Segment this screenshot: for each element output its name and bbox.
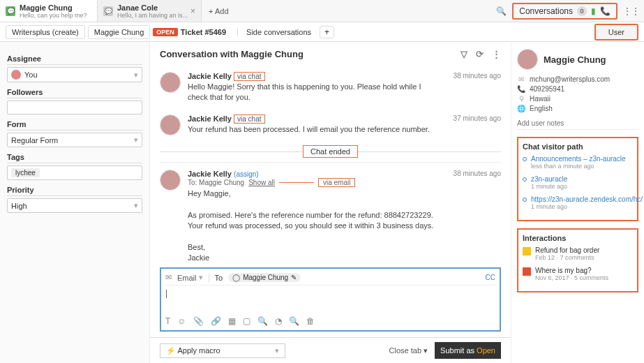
path-item[interactable]: z3n-auracle1 minute ago [523, 175, 633, 190]
assignee-value: You [24, 71, 38, 79]
form-label: Form [7, 120, 142, 131]
close-tab-icon[interactable]: × [190, 6, 195, 16]
message-time: 38 minutes ago [454, 72, 501, 103]
channel-select[interactable]: Email ▾ [177, 273, 203, 282]
conversations-label: Conversations [519, 6, 573, 16]
preview-icon[interactable]: 🔍 [257, 316, 268, 326]
search-icon[interactable]: 🔍 [496, 6, 507, 16]
submit-button[interactable]: Submit as Open [435, 342, 501, 359]
reply-textarea[interactable]: | [165, 286, 495, 313]
assign-link[interactable]: (assign) [234, 170, 259, 178]
search-icon[interactable]: 🔍 [289, 316, 299, 326]
tags-field[interactable]: lychee [7, 165, 142, 180]
macro-select[interactable]: ⚡ Apply macro▾ [160, 343, 285, 358]
form-field[interactable]: Regular Form▾ [7, 133, 142, 147]
edit-icon[interactable]: ✎ [291, 274, 297, 281]
requester-crumb[interactable]: Maggie Chung [88, 25, 151, 39]
user-email: mchung@writersplus.com [530, 75, 610, 83]
org-crumb[interactable]: Writersplus (create) [6, 25, 85, 39]
followers-label: Followers [7, 88, 142, 98]
conversation-title: Conversation with Maggie Chung [160, 49, 304, 59]
link-icon[interactable]: 🔗 [211, 316, 221, 326]
message-time: 38 minutes ago [454, 170, 501, 262]
user-notes-input[interactable] [517, 117, 638, 130]
avatar [517, 49, 538, 70]
user-phone: 409295941 [530, 85, 564, 93]
show-all-link[interactable]: Show all [248, 179, 275, 186]
chat-ended-divider: Chat ended [160, 147, 501, 156]
chat-message: Jackie Kelly via chat Hello Maggie! Sorr… [160, 66, 501, 109]
user-language: English [530, 105, 553, 112]
email-message: Jackie Kelly (assign) To: Maggie Chung S… [160, 162, 501, 262]
followers-field[interactable] [7, 101, 142, 114]
avatar [11, 70, 21, 80]
chat-message: Jackie Kelly via chat Your refund has be… [160, 109, 501, 141]
callout-line [279, 182, 314, 183]
priority-field[interactable]: High▾ [7, 198, 142, 213]
path-item[interactable]: Announcements – z3n-auracleless than a m… [523, 155, 633, 170]
interactions-panel: Interactions Refund for bag orderFeb 12 … [517, 228, 638, 292]
add-side-conversation[interactable]: + [320, 26, 334, 38]
phone-icon: 📞 [517, 85, 525, 93]
globe-icon: 🌐 [517, 105, 525, 112]
attach-icon[interactable]: 📎 [193, 316, 204, 326]
ticket-id: Ticket #5469 [181, 28, 226, 36]
emoji-icon[interactable]: ☺ [177, 316, 186, 326]
chat-ended-label: Chat ended [303, 145, 358, 158]
text-format-icon[interactable]: T [165, 316, 170, 326]
ticket-fields-panel: Assignee You ▾ Followers Form Regular Fo… [0, 42, 150, 363]
more-icon[interactable]: ⋮ [492, 49, 501, 59]
chat-icon: ▮ [591, 6, 596, 16]
path-item[interactable]: https://z3n-auracle.zendesk.com/hc/1 min… [523, 195, 633, 210]
chat-visitor-path-panel: Chat visitor path Announcements – z3n-au… [517, 137, 638, 221]
tag-chip: lychee [11, 168, 40, 177]
clock-icon[interactable]: ◔ [275, 316, 282, 326]
conversation-tab-1[interactable]: 💬 Maggie Chung Hello, can you help me? [0, 0, 98, 22]
message-to: To: Maggie Chung [188, 179, 244, 186]
avatar [160, 114, 181, 135]
reply-composer: ✉ Email ▾ To ◯ Maggie Chung ✎ CC | T ☺ 📎… [160, 267, 501, 332]
assignee-field[interactable]: You ▾ [7, 67, 142, 82]
filter-icon[interactable]: ▽ [460, 49, 467, 59]
cc-button[interactable]: CC [486, 274, 495, 281]
tab-subtitle: Hello, can you help me? [20, 12, 91, 19]
ticket-status-icon [523, 267, 531, 276]
chat-bubble-icon: 💬 [103, 6, 113, 16]
knowledge-icon[interactable]: ▢ [243, 316, 250, 326]
conversations-button[interactable]: Conversations 0 ▮ 📞 [512, 3, 617, 20]
message-text: Hey Maggie, As promised. Here's the refe… [188, 188, 441, 262]
visitor-path-title: Chat visitor path [523, 142, 633, 151]
close-tab-button[interactable]: Close tab ▾ [389, 346, 428, 355]
conversations-count: 0 [577, 6, 587, 16]
via-chat-badge: via chat [234, 72, 264, 81]
message-text: Your refund has been processed. I will e… [188, 124, 441, 135]
user-button[interactable]: User [594, 24, 638, 40]
history-icon[interactable]: ⟳ [476, 49, 484, 59]
message-author: Jackie Kelly [188, 72, 232, 80]
top-tabs: 💬 Maggie Chung Hello, can you help me? 💬… [0, 0, 644, 22]
email-icon: ✉ [517, 75, 525, 83]
tags-label: Tags [7, 153, 142, 163]
recipient-chip[interactable]: ◯ Maggie Chung ✎ [228, 273, 301, 282]
side-conversations-tab[interactable]: Side conversations [237, 28, 311, 36]
interactions-title: Interactions [523, 234, 633, 242]
apps-grid-icon[interactable]: ⋮⋮ [623, 6, 640, 16]
conversation-tab-2[interactable]: 💬 Janae Cole Hello, I am having an is...… [98, 0, 202, 22]
interaction-item[interactable]: Where is my bag?Nov 6, 2017 · 5 comments [523, 267, 633, 281]
avatar [160, 170, 181, 191]
interaction-item[interactable]: Refund for bag orderFeb 12 · 7 comments [523, 246, 633, 261]
via-chat-badge: via chat [234, 114, 264, 124]
status-badge: OPEN [153, 28, 178, 36]
phone-icon: 📞 [600, 6, 611, 16]
trash-icon[interactable]: 🗑 [306, 316, 315, 326]
user-name: Maggie Chung [544, 54, 606, 65]
path-dot-icon [523, 198, 527, 202]
to-label: To [209, 274, 223, 282]
person-icon: ◯ [232, 274, 240, 281]
add-tab-button[interactable]: + Add [202, 7, 235, 15]
insert-icon[interactable]: ▦ [228, 316, 236, 326]
location-icon: ⚲ [517, 95, 525, 103]
chat-bubble-icon: 💬 [6, 6, 15, 16]
envelope-icon: ✉ [165, 273, 172, 282]
message-text: Hello Maggie! Sorry that this is happeni… [188, 82, 441, 103]
